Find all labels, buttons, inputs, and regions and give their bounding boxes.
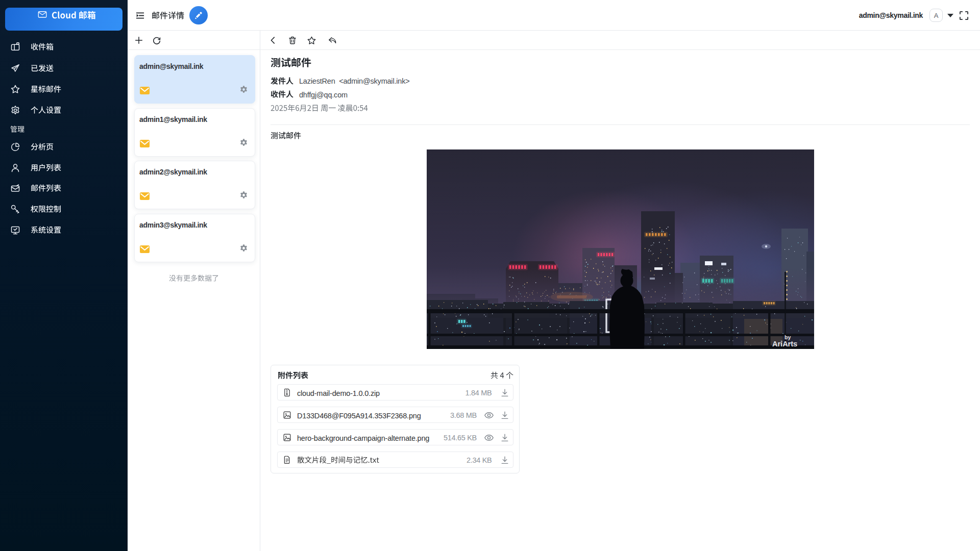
svg-text:AriArts: AriArts — [772, 340, 797, 348]
